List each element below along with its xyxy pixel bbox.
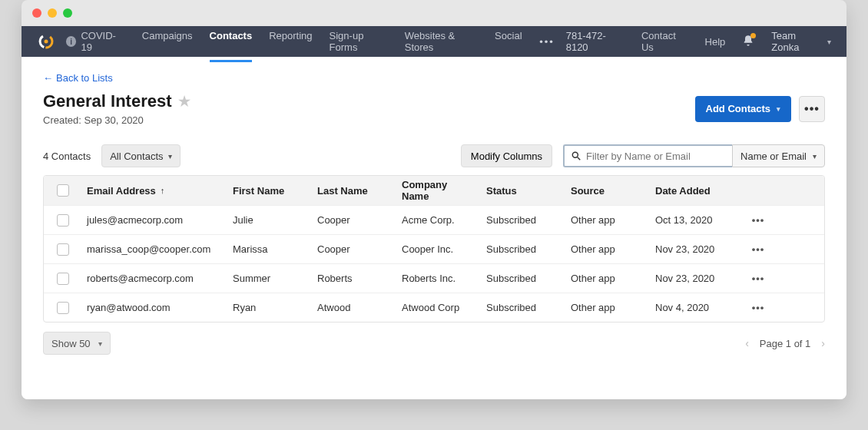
page-title-text: General Interest — [43, 91, 172, 111]
col-first-name[interactable]: First Name — [228, 185, 313, 197]
nav-help[interactable]: Help — [705, 36, 726, 48]
window-close-icon[interactable] — [32, 8, 41, 18]
nav-item-sign-up-forms[interactable]: Sign-up Forms — [330, 30, 388, 53]
cell-last: Roberts — [313, 273, 397, 284]
notification-dot-icon — [750, 33, 756, 38]
col-company[interactable]: Company Name — [397, 179, 482, 202]
cell-status: Subscribed — [482, 214, 566, 226]
table-row[interactable]: roberts@acmecorp.comSummerRobertsRoberts… — [44, 263, 824, 293]
cell-first: Summer — [228, 273, 313, 284]
nav-covid-label: COVID-19 — [81, 30, 124, 53]
contacts-count: 4 Contacts — [43, 150, 91, 162]
window-zoom-icon[interactable] — [63, 8, 72, 18]
chevron-down-icon: ▾ — [168, 152, 172, 160]
cell-date: Nov 23, 2020 — [651, 273, 743, 284]
cell-company: Cooper Inc. — [397, 243, 482, 255]
table-header: Email Address ↑ First Name Last Name Com… — [44, 176, 824, 205]
col-email-label: Email Address — [87, 185, 156, 197]
app-window: i COVID-19 CampaignsContactsReportingSig… — [22, 0, 846, 399]
cell-date: Nov 23, 2020 — [651, 243, 743, 255]
search-group: Name or Email ▾ — [563, 144, 825, 167]
pager-prev-button[interactable]: ‹ — [745, 337, 749, 349]
filter-label: All Contacts — [110, 150, 163, 162]
page-title: General Interest ★ — [43, 91, 190, 111]
cell-source: Other app — [566, 273, 651, 284]
row-more-button[interactable]: ••• — [743, 302, 774, 313]
row-more-button[interactable]: ••• — [743, 243, 774, 255]
nav-contact-us[interactable]: Contact Us — [641, 30, 688, 53]
nav-right-group: 781-472-8120 Contact Us Help Team Zonka … — [566, 30, 831, 53]
chevron-down-icon: ▾ — [777, 105, 780, 113]
pager: ‹ Page 1 of 1 › — [745, 337, 825, 349]
row-checkbox[interactable] — [57, 243, 69, 256]
cell-date: Oct 13, 2020 — [651, 214, 743, 226]
page-size-dropdown[interactable]: Show 50 ▾ — [43, 332, 111, 355]
nav-left-group: i COVID-19 CampaignsContactsReportingSig… — [66, 30, 555, 53]
cell-source: Other app — [566, 214, 651, 226]
modify-columns-button[interactable]: Modify Columns — [461, 144, 552, 167]
search-mode-dropdown[interactable]: Name or Email ▾ — [732, 144, 825, 167]
col-source[interactable]: Source — [566, 185, 651, 197]
nav-phone: 781-472-8120 — [566, 30, 624, 53]
cell-first: Ryan — [228, 302, 313, 313]
col-date[interactable]: Date Added — [651, 185, 743, 197]
nav-item-contacts[interactable]: Contacts — [210, 30, 253, 53]
notifications-button[interactable] — [742, 35, 754, 49]
info-icon: i — [66, 36, 76, 47]
table-row[interactable]: marissa_coop@cooper.comMarissaCooperCoop… — [44, 234, 824, 263]
cell-last: Atwood — [313, 302, 397, 313]
page-size-label: Show 50 — [51, 338, 91, 349]
back-to-lists-link[interactable]: ← Back to Lists — [43, 72, 825, 84]
window-minimize-icon[interactable] — [48, 8, 57, 18]
star-icon[interactable]: ★ — [178, 93, 190, 110]
main-content: ← Back to Lists General Interest ★ Creat… — [22, 57, 846, 399]
nav-item-campaigns[interactable]: Campaigns — [142, 30, 193, 53]
filter-all-contacts-dropdown[interactable]: All Contacts ▾ — [101, 144, 180, 167]
nav-more-icon[interactable]: ••• — [539, 36, 555, 48]
search-icon — [571, 150, 581, 161]
add-contacts-button[interactable]: Add Contacts ▾ — [695, 96, 792, 122]
nav-covid-link[interactable]: i COVID-19 — [66, 30, 125, 53]
cell-status: Subscribed — [482, 302, 566, 313]
nav-item-websites-stores[interactable]: Websites & Stores — [405, 30, 478, 53]
cell-status: Subscribed — [482, 273, 566, 284]
row-more-button[interactable]: ••• — [743, 214, 774, 226]
nav-item-reporting[interactable]: Reporting — [269, 30, 312, 53]
team-label: Team Zonka — [771, 30, 823, 53]
cell-first: Marissa — [228, 243, 313, 255]
col-email[interactable]: Email Address ↑ — [82, 185, 228, 197]
cell-last: Cooper — [313, 243, 397, 255]
table-row[interactable]: jules@acmecorp.comJulieCooperAcme Corp.S… — [44, 205, 824, 234]
pager-next-button[interactable]: › — [821, 337, 825, 349]
col-last-name[interactable]: Last Name — [313, 185, 397, 197]
row-checkbox[interactable] — [57, 302, 69, 314]
cell-last: Cooper — [313, 214, 397, 226]
svg-line-4 — [578, 157, 581, 160]
nav-items: CampaignsContactsReportingSign-up FormsW… — [142, 30, 522, 53]
row-checkbox[interactable] — [57, 214, 69, 227]
select-all-checkbox[interactable] — [57, 184, 69, 197]
more-actions-button[interactable]: ••• — [799, 96, 825, 122]
title-left: General Interest ★ Created: Sep 30, 2020 — [43, 91, 190, 126]
app-logo-icon[interactable] — [37, 32, 55, 51]
table-row[interactable]: ryan@atwood.comRyanAtwoodAtwood CorpSubs… — [44, 293, 824, 322]
nav-item-social[interactable]: Social — [495, 30, 522, 53]
title-actions: Add Contacts ▾ ••• — [695, 96, 826, 122]
back-link-label: Back to Lists — [56, 72, 113, 84]
row-checkbox[interactable] — [57, 273, 69, 285]
cell-first: Julie — [228, 214, 313, 226]
search-box[interactable] — [563, 144, 732, 167]
cell-source: Other app — [566, 302, 651, 313]
window-titlebar — [22, 0, 846, 26]
chevron-down-icon: ▾ — [98, 339, 102, 348]
search-input[interactable] — [586, 150, 717, 162]
cell-date: Nov 4, 2020 — [651, 302, 743, 313]
col-status[interactable]: Status — [482, 185, 566, 197]
row-more-button[interactable]: ••• — [743, 273, 774, 284]
created-date: Sep 30, 2020 — [84, 114, 143, 126]
toolbar: 4 Contacts All Contacts ▾ Modify Columns… — [43, 144, 825, 167]
team-dropdown[interactable]: Team Zonka ▾ — [771, 30, 831, 53]
pager-label: Page 1 of 1 — [760, 338, 811, 349]
cell-status: Subscribed — [482, 243, 566, 255]
created-line: Created: Sep 30, 2020 — [43, 114, 190, 126]
